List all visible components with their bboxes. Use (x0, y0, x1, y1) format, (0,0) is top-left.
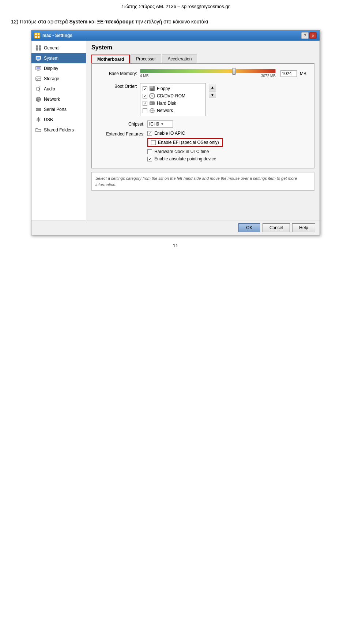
svg-rect-3 (38, 36, 39, 38)
svg-point-24 (39, 109, 40, 110)
boot-checkbox-floppy[interactable] (143, 86, 147, 91)
boot-checkbox-harddisk[interactable] (143, 101, 147, 106)
memory-unit: MB (300, 71, 309, 76)
instruction-bold1: System (69, 19, 87, 25)
boot-arrow-down[interactable]: ▼ (209, 92, 216, 98)
svg-rect-0 (35, 33, 37, 35)
instruction-text: 12) Πατάμε στα αριστερά System και ΞΕ-τσ… (0, 11, 351, 30)
display-icon (35, 65, 42, 72)
boot-item-floppy: Floppy (143, 85, 203, 92)
svg-rect-6 (36, 48, 38, 51)
svg-point-22 (37, 109, 38, 110)
cdrom-icon (149, 93, 155, 99)
harddisk-icon (149, 100, 155, 106)
system-icon (35, 55, 42, 62)
memory-slider-track[interactable] (140, 69, 276, 73)
svg-rect-31 (151, 89, 154, 91)
tab-acceleration[interactable]: Acceleration (162, 55, 197, 63)
sidebar-item-general[interactable]: General (31, 43, 86, 53)
label-io-apic: Enable IO APIC (154, 131, 185, 136)
ok-button[interactable]: OK (238, 223, 260, 232)
svg-rect-9 (37, 57, 40, 59)
dialog-titlebar: mac - Settings ? ✕ (31, 30, 320, 41)
cancel-button[interactable]: Cancel (263, 223, 290, 232)
sidebar-item-network[interactable]: Network (31, 94, 86, 104)
svg-rect-13 (37, 70, 39, 71)
instruction-prefix: 12) Πατάμε στα αριστερά (11, 19, 69, 25)
feature-hardware-clock: Hardware clock in UTC time (147, 149, 223, 154)
boot-arrows: ▲ ▼ (209, 83, 216, 98)
boot-label-harddisk: Hard Disk (157, 101, 176, 106)
sidebar-item-display[interactable]: Display (31, 63, 86, 74)
help-button[interactable]: Help (292, 223, 315, 232)
tab-processor[interactable]: Processor (131, 55, 161, 63)
sidebar-item-shared-folders[interactable]: Shared Folders (31, 125, 86, 135)
sidebar-label-serial-ports: Serial Ports (44, 107, 67, 112)
help-title-button[interactable]: ? (301, 32, 309, 39)
checkbox-efi[interactable] (151, 140, 156, 145)
serial-ports-icon (35, 106, 42, 113)
boot-order-label: Boot Order: (97, 83, 137, 89)
tab-content-motherboard: Base Memory: 4 MB 3072 MB (91, 63, 314, 168)
feature-efi: Enable EFI (special OSes only) (147, 138, 223, 147)
svg-point-33 (151, 95, 153, 97)
slider-labels: 4 MB 3072 MB (140, 74, 276, 78)
boot-checkbox-cdrom[interactable] (143, 94, 147, 98)
settings-title-icon (35, 33, 40, 38)
boot-label-cdrom: CD/DVD-ROM (157, 93, 185, 98)
sidebar-label-audio: Audio (44, 86, 55, 92)
svg-rect-4 (36, 45, 38, 48)
network-boot-icon (149, 108, 155, 113)
instruction-middle: και (87, 19, 97, 25)
extended-features-row: Extended Features: Enable IO APIC Enable… (97, 131, 309, 161)
chipset-label: Chipset: (97, 122, 144, 127)
shared-folders-icon (35, 127, 42, 133)
memory-row: Base Memory: 4 MB 3072 MB (97, 69, 309, 78)
sidebar-item-storage[interactable]: Storage (31, 74, 86, 84)
memory-input[interactable] (280, 70, 297, 77)
boot-order-list: Floppy CD/DVD-ROM (140, 83, 206, 116)
svg-rect-30 (150, 86, 153, 88)
svg-point-15 (37, 78, 38, 79)
tabs-container: Motherboard Processor Acceleration (91, 55, 314, 63)
sidebar-item-serial-ports[interactable]: Serial Ports (31, 104, 86, 115)
checkbox-io-apic[interactable] (147, 131, 152, 136)
chipset-select[interactable]: ICH9 ▼ (147, 120, 173, 128)
titlebar-right: ? ✕ (301, 32, 317, 39)
boot-checkbox-network[interactable] (143, 108, 147, 113)
label-abs-pointing: Enable absolute pointing device (154, 156, 216, 161)
sidebar-item-usb[interactable]: USB (31, 115, 86, 125)
checkbox-abs-pointing[interactable] (147, 157, 152, 161)
boot-arrow-up[interactable]: ▲ (209, 84, 216, 90)
network-icon (35, 96, 42, 103)
boot-label-floppy: Floppy (157, 86, 170, 91)
sidebar-item-system[interactable]: System (31, 53, 86, 63)
boot-item-cdrom: CD/DVD-ROM (143, 92, 203, 100)
sidebar-label-network: Network (44, 97, 60, 102)
sidebar-label-storage: Storage (44, 76, 59, 81)
sidebar-item-audio[interactable]: Audio (31, 84, 86, 94)
dialog-footer: OK Cancel Help (31, 220, 320, 235)
tab-motherboard[interactable]: Motherboard (91, 55, 130, 63)
extended-features-label: Extended Features: (97, 131, 144, 137)
slider-max-label: 3072 MB (261, 74, 276, 78)
svg-rect-5 (39, 45, 41, 48)
close-title-button[interactable]: ✕ (309, 32, 317, 39)
memory-slider-thumb[interactable] (232, 68, 236, 75)
instruction-underline-bold: ΞΕ (97, 19, 103, 25)
instruction-suffix: την επιλογή στο κόκκινο κουτάκι (134, 19, 208, 25)
feature-rows-container: Enable IO APIC Enable EFI (special OSes … (147, 131, 223, 161)
checkbox-hardware-clock[interactable] (147, 149, 152, 154)
main-content: System Motherboard Processor Acceleratio… (86, 41, 320, 220)
svg-point-23 (38, 109, 39, 110)
storage-icon (35, 75, 42, 82)
feature-abs-pointing: Enable absolute pointing device (147, 156, 223, 161)
boot-order-row: Boot Order: Floppy (97, 83, 309, 116)
info-text: Select a settings category from the list… (95, 176, 297, 187)
section-title: System (91, 44, 314, 51)
boot-label-network: Network (157, 108, 173, 113)
titlebar-left: mac - Settings (34, 33, 72, 38)
page-header: Σιώπης Σπύρος ΑΜ. 2136 – spiross@mycosmo… (0, 0, 351, 11)
sidebar-label-shared-folders: Shared Folders (44, 127, 74, 133)
label-efi: Enable EFI (special OSes only) (158, 140, 219, 145)
